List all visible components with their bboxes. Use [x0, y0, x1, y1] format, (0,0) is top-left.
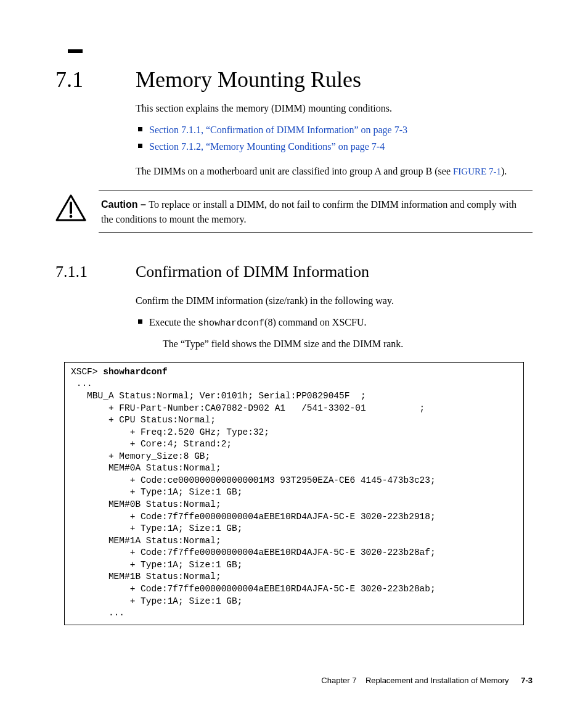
xref-link-2[interactable]: Section 7.1.2, “Memory Mounting Conditio…	[136, 139, 533, 154]
xref-link-1[interactable]: Section 7.1.1, “Confirmation of DIMM Inf…	[136, 123, 533, 137]
classification-paragraph: The DIMMs on a motherboard unit are clas…	[136, 164, 533, 179]
page-footer: Chapter 7 Replacement and Installation o…	[321, 676, 533, 685]
subsection-number: 7.1.1	[55, 263, 136, 281]
subsection-heading: 7.1.1 Confirmation of DIMM Information	[55, 263, 533, 281]
code-prompt: XSCF>	[71, 367, 103, 377]
section-title: Memory Mounting Rules	[136, 67, 361, 92]
footer-title: Replacement and Installation of Memory	[365, 676, 509, 685]
footer-page: 7-3	[521, 676, 533, 685]
section-number: 7.1	[55, 67, 136, 92]
svg-point-2	[70, 215, 73, 218]
code-command: showhardconf	[103, 367, 167, 377]
caution-icon	[55, 194, 86, 224]
caution-block: Caution – To replace or install a DIMM, …	[55, 191, 533, 232]
section-heading: 7.1 Memory Mounting Rules	[55, 67, 533, 92]
figure-ref-link[interactable]: FIGURE 7-1	[453, 166, 501, 176]
para-text: ).	[501, 166, 507, 176]
para-text: The DIMMs on a motherboard unit are clas…	[136, 166, 453, 176]
caution-label: Caution –	[101, 199, 149, 210]
section-links: Section 7.1.1, “Confirmation of DIMM Inf…	[136, 123, 533, 154]
command-name: showhardconf	[198, 318, 264, 329]
code-output: XSCF> showhardconf ... MBU_A Status:Norm…	[64, 362, 524, 625]
step-text: Execute the	[149, 317, 198, 327]
xref-link-text: Section 7.1.2, “Memory Mounting Conditio…	[149, 141, 385, 152]
step-item: Execute the showhardconf(8) command on X…	[136, 315, 533, 351]
step-subtext: The “Type” field shows the DIMM size and…	[163, 337, 533, 351]
code-body: ... MBU_A Status:Normal; Ver:0101h; Seri…	[71, 379, 436, 618]
subsection-intro: Confirm the DIMM information (size/rank)…	[136, 293, 533, 308]
section-rule	[68, 49, 83, 53]
intro-paragraph: This section explains the memory (DIMM) …	[136, 101, 533, 115]
step-text: (8) command on XSCFU.	[264, 317, 366, 327]
xref-link-text: Section 7.1.1, “Confirmation of DIMM Inf…	[149, 125, 407, 135]
subsection-title: Confirmation of DIMM Information	[136, 263, 369, 281]
caution-text: To replace or install a DIMM, do not fai…	[101, 199, 517, 224]
caution-text-box: Caution – To replace or install a DIMM, …	[99, 191, 533, 232]
step-list: Execute the showhardconf(8) command on X…	[136, 315, 533, 351]
footer-chapter: Chapter 7	[321, 676, 356, 685]
